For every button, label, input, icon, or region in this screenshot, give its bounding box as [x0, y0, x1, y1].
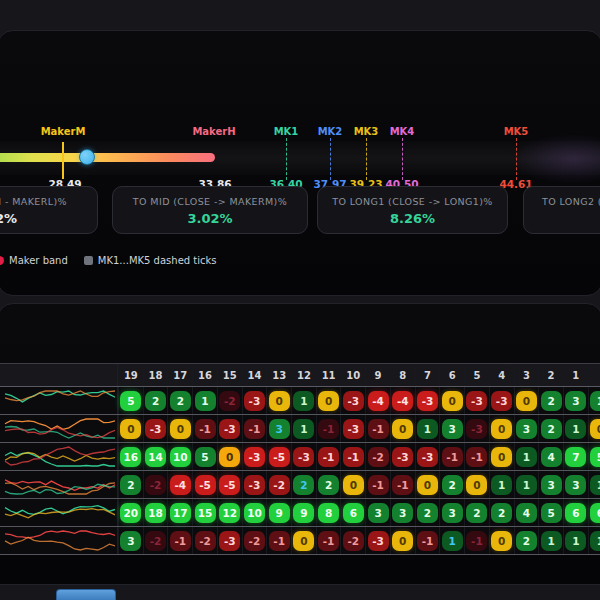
signal-pill[interactable]: 2	[466, 503, 487, 523]
signal-pill[interactable]: -1	[442, 447, 463, 467]
signal-pill[interactable]: 4	[516, 503, 537, 523]
signal-pill[interactable]: -4	[368, 391, 389, 411]
signal-pill[interactable]: 0	[516, 391, 537, 411]
signal-pill[interactable]: 2	[541, 391, 562, 411]
signal-pill[interactable]: 0	[442, 391, 463, 411]
signal-pill[interactable]: -3	[466, 391, 487, 411]
signal-pill[interactable]: 1	[491, 475, 512, 495]
signal-pill[interactable]: 0	[293, 531, 314, 551]
signal-pill[interactable]: 3	[392, 503, 413, 523]
signal-pill[interactable]: 1	[590, 391, 600, 411]
signal-pill[interactable]: -3	[392, 447, 413, 467]
signal-pill[interactable]: 17	[170, 503, 191, 523]
signal-pill[interactable]: 2	[145, 391, 166, 411]
signal-pill[interactable]: -1	[466, 531, 487, 551]
signal-pill[interactable]: 4	[541, 447, 562, 467]
signal-pill[interactable]: 1	[417, 419, 438, 439]
signal-pill[interactable]: -3	[244, 447, 265, 467]
signal-pill[interactable]: 6	[590, 503, 600, 523]
signal-pill[interactable]: 2	[170, 391, 191, 411]
signal-pill[interactable]: 3	[368, 503, 389, 523]
signal-pill[interactable]: 0	[590, 419, 600, 439]
signal-pill[interactable]: 1	[590, 531, 600, 551]
signal-pill[interactable]: 20	[120, 503, 141, 523]
signal-pill[interactable]: 1	[541, 531, 562, 551]
signal-pill[interactable]: -3	[491, 391, 512, 411]
signal-pill[interactable]: -1	[368, 419, 389, 439]
signal-pill[interactable]: 1	[442, 531, 463, 551]
signal-pill[interactable]: 9	[293, 503, 314, 523]
legend-item-maker-band[interactable]: Maker band	[0, 255, 68, 266]
signal-pill[interactable]: 5	[590, 447, 600, 467]
signal-pill[interactable]: 2	[491, 503, 512, 523]
signal-pill[interactable]: -3	[219, 531, 240, 551]
signal-pill[interactable]: 1	[293, 391, 314, 411]
signal-pill[interactable]: -1	[417, 531, 438, 551]
signal-pill[interactable]: 0	[491, 419, 512, 439]
signal-pill[interactable]: 2	[541, 419, 562, 439]
signal-pill[interactable]: -1	[318, 419, 339, 439]
signal-pill[interactable]: 9	[269, 503, 290, 523]
signal-pill[interactable]: 14	[145, 447, 166, 467]
signal-pill[interactable]: 2	[417, 503, 438, 523]
signal-pill[interactable]: -4	[392, 391, 413, 411]
signal-pill[interactable]: 7	[565, 447, 586, 467]
signal-pill[interactable]: 1	[195, 391, 216, 411]
signal-pill[interactable]: 3	[541, 475, 562, 495]
signal-pill[interactable]: 0	[417, 475, 438, 495]
signal-pill[interactable]: 10	[170, 447, 191, 467]
signal-pill[interactable]: 12	[219, 503, 240, 523]
signal-pill[interactable]: -2	[145, 531, 166, 551]
signal-pill[interactable]: -2	[368, 447, 389, 467]
signal-pill[interactable]: -1	[318, 531, 339, 551]
signal-pill[interactable]: -4	[170, 475, 191, 495]
signal-pill[interactable]: -1	[195, 419, 216, 439]
signal-pill[interactable]: 3	[565, 475, 586, 495]
signal-pill[interactable]: -5	[219, 475, 240, 495]
signal-pill[interactable]: -2	[195, 531, 216, 551]
signal-pill[interactable]: 0	[491, 531, 512, 551]
signal-pill[interactable]: 8	[318, 503, 339, 523]
signal-pill[interactable]: 5	[541, 503, 562, 523]
signal-pill[interactable]: 0	[318, 391, 339, 411]
signal-pill[interactable]: 0	[343, 475, 364, 495]
signal-pill[interactable]: 15	[195, 503, 216, 523]
signal-pill[interactable]: 3	[269, 419, 290, 439]
signal-pill[interactable]: -3	[219, 419, 240, 439]
signal-pill[interactable]: -3	[417, 447, 438, 467]
signal-pill[interactable]: -1	[244, 419, 265, 439]
signal-pill[interactable]: 3	[120, 531, 141, 551]
signal-pill[interactable]: -2	[269, 475, 290, 495]
signal-pill[interactable]: -3	[293, 447, 314, 467]
signal-pill[interactable]: 3	[516, 419, 537, 439]
signal-pill[interactable]: -3	[244, 475, 265, 495]
signal-pill[interactable]: 1	[565, 531, 586, 551]
signal-pill[interactable]: 1	[293, 419, 314, 439]
signal-pill[interactable]: -1	[466, 447, 487, 467]
signal-pill[interactable]: 6	[343, 503, 364, 523]
signal-pill[interactable]: 0	[466, 475, 487, 495]
bottom-partial-element[interactable]	[56, 589, 116, 600]
signal-pill[interactable]: 2	[318, 475, 339, 495]
signal-pill[interactable]: -3	[343, 419, 364, 439]
signal-pill[interactable]: 0	[269, 391, 290, 411]
signal-pill[interactable]: -1	[392, 475, 413, 495]
signal-pill[interactable]: 3	[565, 391, 586, 411]
signal-pill[interactable]: -3	[368, 531, 389, 551]
signal-pill[interactable]: 16	[120, 447, 141, 467]
signal-pill[interactable]: 6	[565, 503, 586, 523]
signal-pill[interactable]: 3	[442, 503, 463, 523]
price-handle[interactable]	[79, 149, 95, 165]
signal-pill[interactable]: -1	[368, 475, 389, 495]
signal-pill[interactable]: 1	[516, 475, 537, 495]
signal-pill[interactable]: -5	[269, 447, 290, 467]
signal-pill[interactable]: -3	[343, 391, 364, 411]
signal-pill[interactable]: -1	[170, 531, 191, 551]
signal-pill[interactable]: -3	[466, 419, 487, 439]
signal-pill[interactable]: 0	[392, 531, 413, 551]
signal-pill[interactable]: -1	[318, 447, 339, 467]
signal-pill[interactable]: 1	[565, 419, 586, 439]
signal-pill[interactable]: 0	[170, 419, 191, 439]
signal-pill[interactable]: -3	[244, 391, 265, 411]
signal-pill[interactable]: 0	[491, 447, 512, 467]
